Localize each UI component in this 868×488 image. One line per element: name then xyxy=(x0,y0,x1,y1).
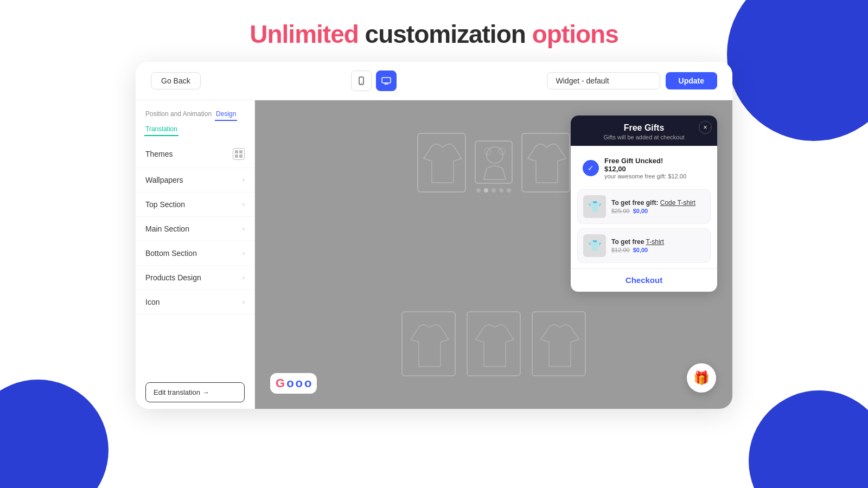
ghost-bottom-item-3 xyxy=(532,311,586,376)
page-wrapper: Unlimited customization options Go Back xyxy=(0,0,868,488)
desktop-view-button[interactable] xyxy=(376,70,397,91)
sidebar-item-products-design[interactable]: Products Design › xyxy=(136,266,254,290)
title-unlimited: Unlimited xyxy=(250,20,359,48)
ghost-bottom-item-2 xyxy=(467,311,521,376)
gift-fab-button[interactable]: 🎁 xyxy=(687,363,716,393)
shirt-icon-2: 👕 xyxy=(588,239,602,252)
gift-locked-item-2[interactable]: 👕 To get free T-shirt $12.00 $0,00 xyxy=(577,228,711,263)
toolbar-center xyxy=(207,70,540,91)
widget-close-button[interactable]: × xyxy=(699,121,712,134)
sidebar-item-icon[interactable]: Icon › xyxy=(136,290,254,314)
tab-translation[interactable]: Translation xyxy=(144,123,178,136)
free-gifts-widget: Free Gifts Gifts will be added at checko… xyxy=(571,115,717,292)
gift-locked-text-1: To get free gift: Code T-shirt xyxy=(611,199,705,207)
widget-select[interactable] xyxy=(547,72,660,89)
price-original-1: $25.00 xyxy=(611,208,630,214)
price-free-1: $0,00 xyxy=(633,208,648,214)
gift-locked-text-2: To get free T-shirt xyxy=(611,238,705,246)
tab-design[interactable]: Design xyxy=(215,108,237,121)
logo-o3: o xyxy=(304,376,311,390)
gift-prices-2: $12.00 $0,00 xyxy=(611,247,705,253)
content-area: Position and Animation Design Translatio… xyxy=(136,100,732,409)
desktop-icon xyxy=(381,77,391,85)
logo-wrapper: G o o o xyxy=(270,373,317,394)
update-button[interactable]: Update xyxy=(666,72,717,89)
widget-checkout: Checkout xyxy=(571,268,717,292)
widget-title: Free Gifts xyxy=(577,123,711,133)
ghost-bottom-item-1 xyxy=(401,311,456,376)
edit-translation-button[interactable]: Edit translation → xyxy=(145,382,245,402)
gift-locked-info-1: To get free gift: Code T-shirt $25.00 $0… xyxy=(611,199,705,214)
toolbar: Go Back Update xyxy=(136,62,732,100)
wallpapers-label: Wallpapers xyxy=(145,176,183,184)
title-options: options xyxy=(532,20,618,48)
widget-body: ✓ Free Gift Uncked! $12,00 your awesome … xyxy=(571,146,717,268)
chevron-right-icon: › xyxy=(242,225,245,233)
chevron-right-icon: › xyxy=(242,176,245,184)
icon-label: Icon xyxy=(145,298,159,306)
svg-point-3 xyxy=(487,147,503,163)
gift-name: Free Gift Uncked! xyxy=(604,157,705,165)
gift-price: $12,00 xyxy=(604,165,705,173)
chevron-right-icon: › xyxy=(242,274,245,281)
sidebar-item-main-section[interactable]: Main Section › xyxy=(136,217,254,241)
ghost-item-3 xyxy=(521,133,570,192)
preview-area: Free Gifts Gifts will be added at checko… xyxy=(255,100,732,409)
svg-rect-2 xyxy=(382,78,391,83)
sidebar-items: Themes Wallpapers › xyxy=(136,136,254,376)
chevron-right-icon: › xyxy=(242,201,245,208)
app-card: Go Back Update xyxy=(136,62,732,409)
toolbar-right: Update xyxy=(547,72,717,89)
title-customization: customization xyxy=(359,20,532,48)
ghost-item-2 xyxy=(475,140,513,192)
gift-info: Free Gift Uncked! $12,00 your awesome fr… xyxy=(604,157,705,179)
bottom-section-label: Bottom Section xyxy=(145,249,197,258)
logo-o1: o xyxy=(286,376,293,390)
checkout-button[interactable]: Checkout xyxy=(626,275,662,285)
page-title: Unlimited customization options xyxy=(250,20,618,49)
sidebar-item-top-section[interactable]: Top Section › xyxy=(136,192,254,217)
ghost-illustrations-top xyxy=(417,133,570,192)
gift-prices-1: $25.00 $0,00 xyxy=(611,208,705,214)
gift-item-selected[interactable]: ✓ Free Gift Uncked! $12,00 your awesome … xyxy=(577,151,711,185)
svg-point-1 xyxy=(361,83,362,84)
sidebar-item-bottom-section[interactable]: Bottom Section › xyxy=(136,241,254,266)
widget-subtitle: Gifts will be added at checkout xyxy=(577,134,711,140)
gift-description: your awesome free gift: $12.00 xyxy=(604,173,705,179)
mobile-icon xyxy=(357,76,366,85)
gift-locked-item-1[interactable]: 👕 To get free gift: Code T-shirt $25.00 … xyxy=(577,189,711,224)
main-section-label: Main Section xyxy=(145,224,189,233)
ghost-item-1 xyxy=(417,133,466,192)
tab-position-animation[interactable]: Position and Animation xyxy=(144,108,213,121)
themes-grid-icon xyxy=(233,148,245,160)
gift-thumb-1: 👕 xyxy=(583,195,606,218)
sidebar-item-wallpapers[interactable]: Wallpapers › xyxy=(136,168,254,192)
go-back-button[interactable]: Go Back xyxy=(151,72,201,89)
chevron-right-icon: › xyxy=(242,298,245,306)
gift-fab-icon: 🎁 xyxy=(693,370,710,386)
price-free-2: $0,00 xyxy=(633,247,648,253)
sidebar-tabs: Position and Animation Design Translatio… xyxy=(136,100,254,136)
top-section-label: Top Section xyxy=(145,200,185,209)
ghost-bottom-row xyxy=(401,311,586,376)
price-original-2: $12.00 xyxy=(611,247,630,253)
products-design-label: Products Design xyxy=(145,273,201,282)
logo-area: G o o o xyxy=(270,373,317,394)
widget-header: Free Gifts Gifts will be added at checko… xyxy=(571,115,717,146)
gift-check-icon: ✓ xyxy=(583,160,599,176)
themes-label: Themes xyxy=(145,150,173,158)
gift-thumb-2: 👕 xyxy=(583,234,606,257)
mobile-view-button[interactable] xyxy=(351,70,372,91)
logo-g: G xyxy=(276,376,285,390)
sidebar: Position and Animation Design Translatio… xyxy=(136,100,255,409)
gift-locked-info-2: To get free T-shirt $12.00 $0,00 xyxy=(611,238,705,253)
ghost-main-items xyxy=(417,133,570,192)
sidebar-item-themes[interactable]: Themes xyxy=(136,140,254,168)
logo-o2: o xyxy=(296,376,303,390)
shirt-icon-1: 👕 xyxy=(588,200,602,213)
chevron-right-icon: › xyxy=(242,249,245,257)
